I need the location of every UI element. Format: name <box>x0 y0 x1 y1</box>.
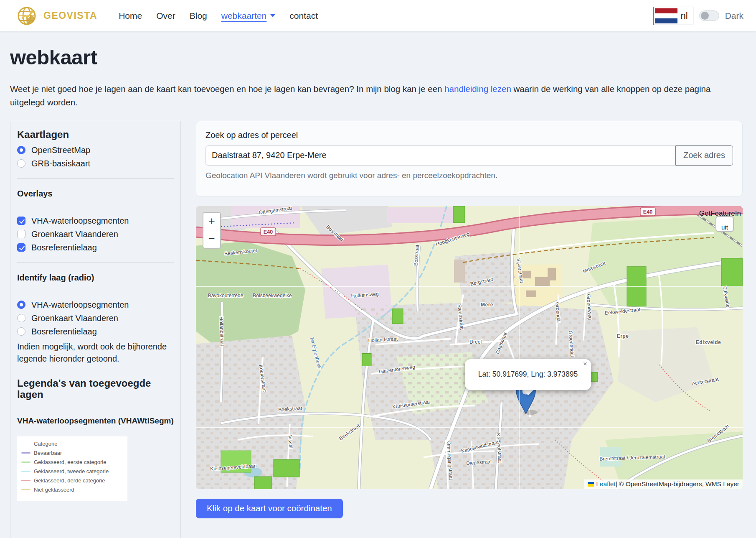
legend-image: Categorie BevaarbaarGeklasseerd, eerste … <box>17 436 127 501</box>
identify-note: Indien mogelijk, wordt ook de bijhorende… <box>17 341 174 365</box>
nav-item-home[interactable]: Home <box>119 11 142 21</box>
dark-mode-toggle[interactable] <box>699 10 719 21</box>
check-control[interactable] <box>17 230 25 238</box>
legend-items: BevaarbaarGeklasseerd, eerste categorieG… <box>21 450 124 493</box>
map-attribution: Leaflet | © OpenStreetMap-bijdragers, WM… <box>584 479 743 489</box>
legend-item: Niet geklasseerd <box>21 487 124 493</box>
legend-color-line <box>21 480 30 481</box>
brand[interactable]: GEOVISTA <box>16 5 97 27</box>
legend-layer-title: VHA-waterloopsegmenten (VHAWtlSegm) <box>17 416 174 427</box>
page-title: webkaart <box>10 46 746 69</box>
svg-text:E40: E40 <box>643 209 652 215</box>
nav-item-contact[interactable]: contact <box>289 11 318 21</box>
popup-close-icon[interactable]: × <box>583 360 587 367</box>
legend-header: Categorie <box>34 441 124 447</box>
check-bosreferentielaag[interactable]: Bosreferentielaag <box>17 243 174 252</box>
nav-link: Blog <box>190 11 207 21</box>
map-label: Boisbeekwegelke <box>253 292 292 298</box>
geovista-logo-icon <box>16 5 38 27</box>
option-label: Bosreferentielaag <box>31 327 97 337</box>
nl-flag-icon <box>655 8 677 23</box>
zoom-out-button[interactable]: − <box>203 230 220 248</box>
map-label: Mere <box>481 301 493 307</box>
popup-text: Lat: 50.917699, Lng: 3.973895 <box>478 370 578 379</box>
intro-text: Weet je niet goed hoe je lagen aan de ka… <box>10 82 746 109</box>
legends-heading: Legenda's van toegevoegde lagen <box>17 377 174 400</box>
coordinates-popup: Lat: 50.917699, Lng: 3.973895 × <box>465 359 591 390</box>
nav-link: contact <box>289 11 318 21</box>
getfeatureinfo-toggle[interactable]: uit <box>715 216 734 232</box>
legend-item: Geklasseerd, derde categorie <box>21 477 124 484</box>
legend-item: Geklasseerd, tweede categorie <box>21 468 124 474</box>
motorway-shield: E40 <box>640 208 655 216</box>
map-label: Edixvelde <box>696 339 721 345</box>
handleiding-link[interactable]: handleiding lezen <box>444 84 511 94</box>
search-input-group: Zoek adres <box>205 145 733 166</box>
legend-color-line <box>21 462 30 463</box>
nav-item-blog[interactable]: Blog <box>190 11 207 21</box>
coords-button[interactable]: Klik op de kaart voor coördinaten <box>196 499 343 518</box>
divider <box>17 263 174 263</box>
legend-label: Bevaarbaar <box>34 450 62 456</box>
legend-color-line <box>21 471 30 472</box>
nav-menu: HomeOverBlogwebkaartencontact <box>112 11 325 21</box>
option-label: Bosreferentielaag <box>31 243 97 252</box>
attribution-text: | © OpenStreetMap-bijdragers, WMS Layer <box>616 480 739 488</box>
map-label: Hollandstraat <box>218 316 225 346</box>
language-code: nl <box>677 10 693 21</box>
radio-openstreetmap[interactable]: OpenStreetMap <box>17 145 174 155</box>
leaflet-link[interactable]: Leaflet <box>596 480 616 488</box>
toggle-knob <box>701 12 709 20</box>
ukraine-flag-icon <box>588 482 594 487</box>
map[interactable]: E40E40 OttergemstraatBosstraatSeskenskou… <box>196 206 743 489</box>
check-control[interactable] <box>17 217 25 225</box>
legend-label: Geklasseerd, derde categorie <box>34 477 105 484</box>
nav-item-over[interactable]: Over <box>156 11 175 21</box>
map-label: Dreef <box>469 339 482 344</box>
tile-seam <box>519 206 520 489</box>
layers-sidebar: Kaartlagen OpenStreetMapGRB-basiskaart O… <box>10 121 181 538</box>
radio-control[interactable] <box>17 301 25 309</box>
check-vha-waterloopsegmenten[interactable]: VHA-waterloopsegmenten <box>17 216 174 226</box>
map-zoom-control: + − <box>203 212 221 249</box>
legend-item: Bevaarbaar <box>21 450 124 456</box>
identify-options: VHA-waterloopsegmentenGroenkaart Vlaande… <box>17 300 174 337</box>
dark-mode-label: Dark <box>725 11 743 21</box>
legend-color-line <box>21 489 30 490</box>
option-label: GRB-basiskaart <box>31 159 90 168</box>
legend-item: Geklasseerd, eerste categorie <box>21 459 124 465</box>
check-groenkaart-vlaanderen[interactable]: Groenkaart Vlaanderen <box>17 229 174 239</box>
option-label: OpenStreetMap <box>31 145 90 155</box>
map-label: Vissel <box>287 435 294 449</box>
search-card: Zoek op adres of perceel Zoek adres Geol… <box>196 121 743 196</box>
nav-link: Over <box>156 11 175 21</box>
identify-heading: Identify laag (radio) <box>17 273 174 283</box>
check-control[interactable] <box>17 243 25 252</box>
intro-before: Weet je niet goed hoe je lagen aan de ka… <box>10 84 444 94</box>
option-label: VHA-waterloopsegmenten <box>31 300 129 310</box>
nav-item-webkaarten[interactable]: webkaarten <box>221 11 276 21</box>
zoek-adres-button[interactable]: Zoek adres <box>675 145 733 166</box>
radio-control[interactable] <box>17 327 25 336</box>
search-label: Zoek op adres of perceel <box>205 130 733 140</box>
radio-grb-basiskaart[interactable]: GRB-basiskaart <box>17 159 174 168</box>
legend-label: Niet geklasseerd <box>34 487 74 493</box>
language-selector[interactable]: nl <box>653 7 693 25</box>
overlay-options: VHA-waterloopsegmentenGroenkaart Vlaande… <box>17 216 174 252</box>
address-input[interactable] <box>205 145 675 166</box>
radio-groenkaart-vlaanderen[interactable]: Groenkaart Vlaanderen <box>17 314 174 323</box>
dropdown-caret-icon <box>270 14 275 17</box>
radio-bosreferentielaag[interactable]: Bosreferentielaag <box>17 327 174 337</box>
nav-link: Home <box>119 11 142 21</box>
map-canvas: E40E40 OttergemstraatBosstraatSeskenskou… <box>196 206 743 489</box>
map-label: Erpe <box>617 333 629 339</box>
legend-label: Geklasseerd, eerste categorie <box>34 459 106 465</box>
radio-control[interactable] <box>17 159 25 168</box>
radio-control[interactable] <box>17 314 25 322</box>
nav-link: webkaarten <box>221 11 267 21</box>
radio-vha-waterloopsegmenten[interactable]: VHA-waterloopsegmenten <box>17 300 174 310</box>
zoom-in-button[interactable]: + <box>203 213 220 230</box>
overlays-heading: Overlays <box>17 189 174 199</box>
radio-control[interactable] <box>17 146 25 154</box>
base-layers-heading: Kaartlagen <box>17 129 174 140</box>
